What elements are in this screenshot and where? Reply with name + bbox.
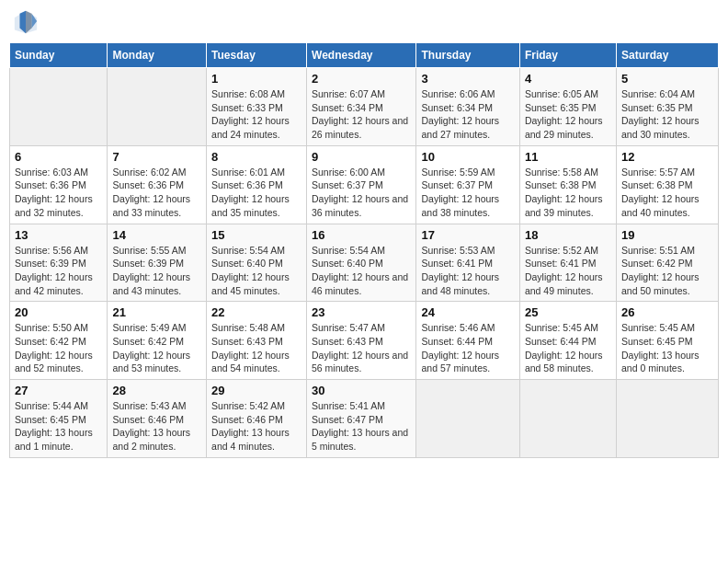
day-number: 17 [421, 228, 514, 242]
calendar-cell: 19Sunrise: 5:51 AMSunset: 6:42 PMDayligh… [616, 224, 718, 302]
day-number: 22 [211, 305, 301, 319]
calendar-cell [416, 380, 519, 458]
sunrise-text: Sunrise: 6:01 AM [211, 167, 285, 178]
sunset-text: Sunset: 6:36 PM [211, 179, 283, 190]
day-number: 2 [312, 72, 411, 86]
sunset-text: Sunset: 6:35 PM [621, 102, 693, 113]
cell-info: Sunrise: 6:06 AMSunset: 6:34 PMDaylight:… [421, 87, 514, 142]
cell-info: Sunrise: 6:01 AMSunset: 6:36 PMDaylight:… [211, 166, 301, 220]
sunrise-text: Sunrise: 5:54 AM [211, 245, 285, 256]
sunrise-text: Sunrise: 5:44 AM [15, 400, 88, 411]
cell-info: Sunrise: 5:43 AMSunset: 6:46 PMDaylight:… [112, 399, 201, 454]
day-number: 10 [421, 150, 514, 164]
sunset-text: Sunset: 6:43 PM [312, 336, 383, 347]
calendar-cell: 25Sunrise: 5:45 AMSunset: 6:44 PMDayligh… [519, 302, 616, 380]
calendar-cell: 1Sunrise: 6:08 AMSunset: 6:33 PMDaylight… [207, 68, 307, 146]
sunrise-text: Sunrise: 5:51 AM [621, 245, 695, 256]
sunset-text: Sunset: 6:42 PM [621, 258, 693, 269]
sunset-text: Sunset: 6:46 PM [112, 414, 184, 425]
calendar-cell: 13Sunrise: 5:56 AMSunset: 6:39 PMDayligh… [10, 224, 108, 302]
daylight-text: Daylight: 12 hours and 38 minutes. [421, 193, 499, 218]
sunrise-text: Sunrise: 5:59 AM [421, 167, 495, 178]
day-number: 8 [211, 150, 301, 164]
sunrise-text: Sunrise: 5:42 AM [211, 400, 285, 411]
calendar-cell: 5Sunrise: 6:04 AMSunset: 6:35 PMDaylight… [616, 68, 718, 146]
day-number: 9 [312, 150, 411, 164]
sunrise-text: Sunrise: 5:56 AM [15, 245, 88, 256]
sunset-text: Sunset: 6:36 PM [112, 179, 184, 190]
cell-info: Sunrise: 5:55 AMSunset: 6:39 PMDaylight:… [112, 244, 201, 298]
page-header [9, 9, 719, 35]
header-wednesday: Wednesday [307, 43, 416, 68]
day-number: 21 [112, 305, 201, 319]
calendar-cell [519, 380, 616, 458]
calendar-cell [108, 68, 207, 146]
cell-info: Sunrise: 6:07 AMSunset: 6:34 PMDaylight:… [312, 87, 411, 142]
sunset-text: Sunset: 6:38 PM [525, 179, 597, 190]
day-number: 23 [312, 305, 411, 319]
cell-info: Sunrise: 5:48 AMSunset: 6:43 PMDaylight:… [211, 321, 301, 375]
cell-info: Sunrise: 6:04 AMSunset: 6:35 PMDaylight:… [621, 87, 713, 142]
logo-icon [13, 9, 39, 35]
calendar-cell: 3Sunrise: 6:06 AMSunset: 6:34 PMDaylight… [416, 68, 519, 146]
cell-info: Sunrise: 6:08 AMSunset: 6:33 PMDaylight:… [211, 87, 301, 142]
calendar-cell: 27Sunrise: 5:44 AMSunset: 6:45 PMDayligh… [10, 380, 108, 458]
sunrise-text: Sunrise: 5:43 AM [112, 400, 186, 411]
day-number: 12 [621, 150, 713, 164]
sunrise-text: Sunrise: 5:52 AM [525, 245, 598, 256]
calendar-cell: 22Sunrise: 5:48 AMSunset: 6:43 PMDayligh… [207, 302, 307, 380]
sunrise-text: Sunrise: 6:07 AM [312, 88, 385, 99]
daylight-text: Daylight: 12 hours and 45 minutes. [211, 271, 290, 296]
sunset-text: Sunset: 6:41 PM [525, 258, 597, 269]
day-number: 4 [525, 72, 611, 86]
daylight-text: Daylight: 12 hours and 30 minutes. [621, 115, 700, 140]
sunrise-text: Sunrise: 5:49 AM [112, 322, 186, 333]
daylight-text: Daylight: 12 hours and 26 minutes. [312, 115, 408, 140]
sunset-text: Sunset: 6:35 PM [525, 102, 597, 113]
daylight-text: Daylight: 13 hours and 2 minutes. [112, 427, 190, 452]
cell-info: Sunrise: 5:52 AMSunset: 6:41 PMDaylight:… [525, 244, 611, 298]
cell-info: Sunrise: 5:42 AMSunset: 6:46 PMDaylight:… [211, 399, 301, 454]
daylight-text: Daylight: 12 hours and 43 minutes. [112, 271, 190, 296]
sunset-text: Sunset: 6:47 PM [312, 414, 383, 425]
daylight-text: Daylight: 12 hours and 49 minutes. [525, 271, 603, 296]
sunrise-text: Sunrise: 5:58 AM [525, 167, 598, 178]
sunset-text: Sunset: 6:40 PM [211, 258, 283, 269]
calendar-cell: 10Sunrise: 5:59 AMSunset: 6:37 PMDayligh… [416, 145, 519, 224]
sunset-text: Sunset: 6:34 PM [421, 102, 493, 113]
day-number: 20 [15, 305, 102, 319]
sunset-text: Sunset: 6:38 PM [621, 179, 693, 190]
day-number: 19 [621, 228, 713, 242]
cell-info: Sunrise: 5:57 AMSunset: 6:38 PMDaylight:… [621, 166, 713, 220]
day-number: 18 [525, 228, 611, 242]
cell-info: Sunrise: 5:45 AMSunset: 6:44 PMDaylight:… [525, 321, 611, 375]
calendar-cell: 30Sunrise: 5:41 AMSunset: 6:47 PMDayligh… [307, 380, 416, 458]
day-number: 25 [525, 305, 611, 319]
sunrise-text: Sunrise: 5:54 AM [312, 245, 385, 256]
sunset-text: Sunset: 6:42 PM [15, 336, 86, 347]
week-row-1: 1Sunrise: 6:08 AMSunset: 6:33 PMDaylight… [10, 68, 719, 146]
daylight-text: Daylight: 12 hours and 57 minutes. [421, 350, 499, 374]
cell-info: Sunrise: 5:53 AMSunset: 6:41 PMDaylight:… [421, 244, 514, 298]
daylight-text: Daylight: 12 hours and 50 minutes. [621, 271, 700, 296]
calendar-cell: 4Sunrise: 6:05 AMSunset: 6:35 PMDaylight… [519, 68, 616, 146]
cell-info: Sunrise: 5:59 AMSunset: 6:37 PMDaylight:… [421, 166, 514, 220]
sunrise-text: Sunrise: 6:05 AM [525, 88, 598, 99]
sunrise-text: Sunrise: 5:48 AM [211, 322, 285, 333]
calendar-cell: 14Sunrise: 5:55 AMSunset: 6:39 PMDayligh… [108, 224, 207, 302]
cell-info: Sunrise: 5:54 AMSunset: 6:40 PMDaylight:… [211, 244, 301, 298]
sunrise-text: Sunrise: 5:41 AM [312, 400, 385, 411]
day-number: 27 [15, 384, 102, 397]
sunrise-text: Sunrise: 6:00 AM [312, 167, 385, 178]
cell-info: Sunrise: 5:44 AMSunset: 6:45 PMDaylight:… [15, 399, 102, 454]
sunset-text: Sunset: 6:45 PM [621, 336, 693, 347]
sunset-text: Sunset: 6:42 PM [112, 336, 184, 347]
sunrise-text: Sunrise: 6:02 AM [112, 167, 186, 178]
daylight-text: Daylight: 12 hours and 42 minutes. [15, 271, 93, 296]
cell-info: Sunrise: 5:54 AMSunset: 6:40 PMDaylight:… [312, 244, 411, 298]
sunrise-text: Sunrise: 5:55 AM [112, 245, 186, 256]
calendar-header-row: SundayMondayTuesdayWednesdayThursdayFrid… [10, 43, 719, 68]
sunrise-text: Sunrise: 6:08 AM [211, 88, 285, 99]
calendar-cell: 20Sunrise: 5:50 AMSunset: 6:42 PMDayligh… [10, 302, 108, 380]
sunset-text: Sunset: 6:44 PM [421, 336, 493, 347]
